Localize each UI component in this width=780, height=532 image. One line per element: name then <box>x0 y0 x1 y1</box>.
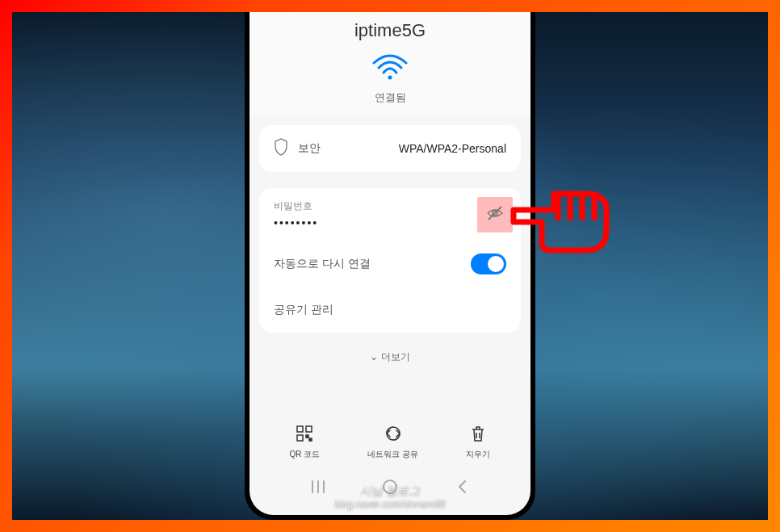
svg-rect-5 <box>297 435 303 441</box>
qr-code-icon <box>296 425 313 446</box>
spacer <box>250 374 530 415</box>
qr-code-button[interactable]: QR 코드 <box>290 425 321 460</box>
chevron-down-icon: ⌄ <box>370 351 378 362</box>
svg-rect-6 <box>306 435 308 438</box>
watermark-title: 시남 블로그 <box>335 484 446 499</box>
eye-off-icon <box>486 204 504 225</box>
back-icon <box>456 479 468 498</box>
svg-rect-4 <box>306 426 312 432</box>
background-frame: iptime5G 연결됨 <box>12 12 768 520</box>
wifi-status-section: 연결됨 <box>250 45 530 117</box>
more-label: 더보기 <box>381 351 410 362</box>
password-label: 비밀번호 <box>274 199 506 213</box>
svg-line-2 <box>489 207 501 220</box>
settings-card: 비밀번호 •••••••• 자동으로 다시 연결 <box>259 188 521 333</box>
watermark-url: blog.naver.com/sinnam88 <box>335 499 446 510</box>
delete-label: 지우기 <box>466 449 490 460</box>
toggle-knob <box>488 256 504 272</box>
annotation-pointer <box>505 174 651 274</box>
share-label: 네트워크 공유 <box>367 449 418 460</box>
svg-rect-7 <box>309 438 312 441</box>
wifi-icon <box>372 53 408 84</box>
trash-icon <box>469 425 487 446</box>
auto-reconnect-label: 자동으로 다시 연결 <box>274 257 371 271</box>
router-manage-row[interactable]: 공유기 관리 <box>259 287 521 333</box>
auto-reconnect-row[interactable]: 자동으로 다시 연결 <box>259 241 521 287</box>
password-value: •••••••• <box>274 216 506 229</box>
header: iptime5G <box>250 12 530 45</box>
bottom-action-bar: QR 코드 네트워크 공유 <box>250 415 530 467</box>
back-button[interactable] <box>446 476 478 501</box>
security-value: WPA/WPA2-Personal <box>399 142 506 155</box>
shield-icon <box>274 138 288 159</box>
share-icon <box>384 425 402 446</box>
connection-status: 연결됨 <box>250 90 530 105</box>
svg-point-0 <box>388 76 392 80</box>
auto-reconnect-toggle[interactable] <box>471 253 506 274</box>
phone-frame: iptime5G 연결됨 <box>245 12 535 520</box>
network-name: iptime5G <box>258 20 522 41</box>
security-row: 보안 WPA/WPA2-Personal <box>259 125 521 172</box>
qr-label: QR 코드 <box>290 449 321 460</box>
network-share-button[interactable]: 네트워크 공유 <box>367 425 418 460</box>
recent-apps-button[interactable] <box>302 476 334 501</box>
phone-screen: iptime5G 연결됨 <box>250 12 530 515</box>
delete-button[interactable]: 지우기 <box>466 425 490 460</box>
recent-apps-icon <box>310 480 326 497</box>
security-card: 보안 WPA/WPA2-Personal <box>259 125 521 172</box>
security-label: 보안 <box>298 141 321 156</box>
router-manage-label: 공유기 관리 <box>274 303 333 317</box>
watermark: 시남 블로그 blog.naver.com/sinnam88 <box>335 484 446 510</box>
svg-rect-3 <box>297 426 303 432</box>
password-row[interactable]: 비밀번호 •••••••• <box>259 188 521 241</box>
more-button[interactable]: ⌄ 더보기 <box>250 341 530 374</box>
